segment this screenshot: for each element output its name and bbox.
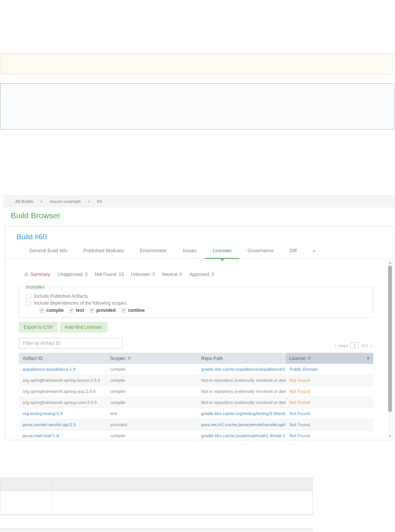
bottom-table-cell (52, 491, 312, 514)
breadcrumb-all-builds[interactable]: All Builds (15, 199, 33, 204)
summary-label: Summary: (31, 272, 52, 277)
scope-compile-label: compile (46, 308, 63, 313)
scope-cell: compile (106, 378, 197, 383)
table-row: org.springframework:spring-beans:2.5.6 c… (19, 375, 373, 386)
header-artifact-id[interactable]: Artifact ID (19, 353, 106, 364)
stat-neutral: Neutral:0 (163, 272, 182, 277)
license-link[interactable]: Not Found (286, 422, 373, 427)
scope-cell: compile (106, 389, 197, 394)
tab-licenses[interactable]: Licenses (205, 248, 239, 258)
repo-path-cell: Not in repository (externally resolved o… (197, 400, 286, 405)
header-scopes[interactable]: Scopes⚙ (106, 353, 197, 364)
scope-cell: compile (106, 400, 197, 405)
scroll-down-icon[interactable]: ▼ (388, 435, 393, 438)
info-panel (0, 83, 394, 130)
table-row: aopalliance:aopalliance:1.0 compile grad… (19, 364, 373, 375)
table-header-row: Artifact ID Scopes⚙ Repo Path License⚙▼ (19, 353, 373, 364)
scope-provided: ✔provided (90, 308, 116, 313)
gear-icon[interactable]: ⚙ (127, 356, 131, 361)
repo-path-link[interactable]: gradle-libs-cache:org/testng/testng/5.9/… (197, 411, 286, 416)
scope-cell: compile (106, 433, 197, 438)
header-repo-path[interactable]: Repo Path (197, 353, 286, 364)
stat-value: 0 (153, 272, 155, 277)
build-number-title: Build #60 (16, 233, 47, 241)
table-row: org.testng:testng:5.9 test gradle-libs-c… (19, 408, 373, 419)
artifact-id-link[interactable]: javax.mail:mail:1.4 (19, 433, 106, 438)
table-row: org.springframework:spring-aop:2.5.6 com… (19, 386, 373, 397)
scope-cell: compile (106, 367, 197, 371)
page-label: page (339, 343, 348, 348)
artifact-id-link[interactable]: org.testng:testng:5.9 (19, 411, 106, 416)
artifact-id-link[interactable]: javax.servlet:servlet-api:2.5 (19, 422, 106, 427)
license-link[interactable]: Public Domain (286, 367, 373, 371)
header-label: Artifact ID (23, 356, 43, 361)
auto-find-licenses-button[interactable]: Auto-find Licenses (60, 322, 107, 332)
stat-approved: Approved:2 (189, 272, 214, 277)
scope-runtime: ✔runtime (121, 308, 145, 313)
page-title: Build Browser (11, 211, 60, 220)
scope-cell: test (106, 411, 197, 416)
scope-test-checkbox[interactable]: ✔ (69, 308, 74, 313)
scrollbar-thumb[interactable] (388, 266, 392, 412)
include-published-artifacts-checkbox[interactable] (26, 294, 31, 299)
bottom-table-header-cell (0, 478, 52, 491)
repo-path-link[interactable]: gradle-libs-cache:javax/mail/mail/1.4/ma… (197, 433, 286, 438)
scope-provided-checkbox[interactable]: ✔ (90, 308, 94, 313)
include-dependencies-checkbox[interactable] (26, 301, 31, 306)
stat-value: 13 (119, 272, 124, 277)
gear-icon[interactable]: ⚙ (307, 356, 311, 361)
scopes-row: ✔compile ✔test ✔provided ✔runtime (40, 308, 369, 313)
include-dependencies-label: Include dependencies of the following sc… (34, 300, 128, 306)
pagination: ‹ page of 1 › (335, 342, 372, 349)
tab-general-build-info[interactable]: General Build Info (21, 248, 75, 258)
scope-compile-checkbox[interactable]: ✔ (40, 308, 44, 313)
panel-scrollbar[interactable]: ▲ ▼ (388, 260, 393, 439)
stat-value: 3 (85, 272, 88, 277)
scope-test: ✔test (69, 308, 84, 313)
bottom-table (0, 478, 313, 515)
header-label: License (289, 356, 305, 361)
licenses-table: Artifact ID Scopes⚙ Repo Path License⚙▼ … (19, 353, 373, 440)
page-of-label: of 1 (361, 343, 368, 348)
tab-overflow-chevrons-icon[interactable]: » (305, 248, 323, 258)
stat-value: 0 (180, 272, 182, 277)
include-dependencies-row: Include dependencies of the following sc… (26, 300, 369, 306)
breadcrumb-build-number[interactable]: 60 (97, 199, 102, 204)
artifact-id-cell: org.springframework:spring-beans:2.5.6 (19, 378, 106, 383)
stat-label: Neutral: (163, 272, 179, 277)
stat-value: 2 (211, 272, 214, 277)
license-not-found-badge: Not Found (286, 389, 373, 394)
page-prev-icon[interactable]: ‹ (335, 343, 336, 349)
tab-environment[interactable]: Environment (132, 248, 175, 258)
tab-diff[interactable]: Diff (281, 248, 305, 258)
license-link[interactable]: Not Found (286, 433, 373, 438)
header-label: Scopes (110, 356, 125, 361)
repo-path-cell: Not in repository (externally resolved o… (197, 389, 286, 394)
repo-path-link[interactable]: java.net.m1-cache:javax/servlet/servlet-… (197, 422, 286, 427)
toolbar: Export to CSV Auto-find Licenses (19, 322, 107, 332)
tab-published-modules[interactable]: Published Modules (75, 248, 132, 258)
license-link[interactable]: Not Found (286, 411, 373, 416)
build-tabs: General Build Info Published Modules Env… (5, 245, 393, 259)
header-license[interactable]: License⚙▼ (286, 353, 373, 364)
stat-not-found: Not Found:13 (95, 272, 124, 277)
scroll-up-icon[interactable]: ▲ (388, 261, 393, 264)
artifact-id-link[interactable]: aopalliance:aopalliance:1.0 (19, 367, 106, 371)
scope-runtime-checkbox[interactable]: ✔ (121, 308, 126, 313)
tab-governance[interactable]: Governance (239, 248, 281, 258)
bottom-table-strip (0, 529, 313, 532)
page-number-input[interactable] (350, 342, 359, 349)
repo-path-link[interactable]: gradle-libs-cache:aopalliance/aopallianc… (197, 367, 286, 371)
table-row: org.springframework:spring-core:2.5.6 co… (19, 397, 373, 408)
page-next-icon[interactable]: › (371, 343, 372, 349)
sort-desc-icon[interactable]: ▼ (366, 357, 370, 360)
stat-label: Approved: (189, 272, 210, 277)
export-to-csv-button[interactable]: Export to CSV (19, 322, 58, 332)
scope-compile: ✔compile (40, 308, 63, 313)
tab-issues[interactable]: Issues (175, 248, 205, 258)
breadcrumb-build-name[interactable]: maven-example (50, 199, 81, 204)
stat-label: Unapproved: (57, 272, 84, 277)
artifact-filter-input[interactable] (19, 338, 123, 349)
stat-label: Not Found: (95, 272, 117, 277)
license-not-found-badge: Not Found (286, 378, 373, 383)
